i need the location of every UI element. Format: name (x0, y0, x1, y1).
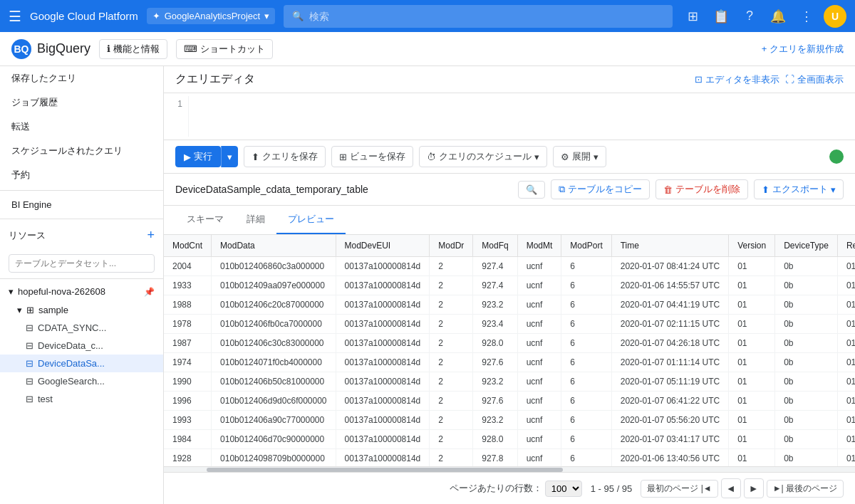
tab-preview[interactable]: プレビュー (276, 206, 346, 234)
sidebar-item-scheduled-queries[interactable]: スケジュールされたクエリ (0, 139, 163, 163)
chevron-down-icon: ▾ (594, 152, 598, 162)
table-cell: 2 (430, 334, 473, 353)
table-cell: 01 (729, 430, 775, 449)
table-cell: 2 (430, 315, 473, 334)
table-cell: 0b (775, 411, 838, 430)
export-icon: ⬆ (762, 184, 770, 195)
table-cell: 0b (775, 372, 838, 392)
run-button[interactable]: ▶ 実行 (175, 146, 221, 167)
tab-details[interactable]: 詳細 (235, 206, 276, 234)
table-cell: 0b (775, 295, 838, 315)
expand-button[interactable]: ⚙ 展開 ▾ (553, 146, 606, 167)
copy-table-button[interactable]: ⧉ テーブルをコピー (551, 179, 650, 199)
table-cell: 6 (561, 257, 611, 276)
shortcut-button[interactable]: ⌨ ショートカット (176, 39, 273, 59)
table-cell: 2020-01-07 02:11:15 UTC (611, 315, 728, 334)
keyboard-icon: ⌨ (184, 43, 197, 54)
table-name-label: CDATA_SYNC... (38, 322, 106, 333)
page-range: 1 - 95 / 95 (591, 483, 633, 494)
save-view-button[interactable]: ⊞ ビューを保存 (331, 146, 413, 167)
next-page-button[interactable]: ► (744, 478, 764, 498)
avatar[interactable]: U (824, 5, 846, 28)
table-cell: 1993 (164, 411, 212, 430)
table-cell: 0b (775, 392, 838, 411)
table-cell: 927.8 (473, 449, 517, 467)
table-cell: 928.0 (473, 334, 517, 353)
save-query-button[interactable]: ⬆ クエリを保存 (244, 146, 326, 167)
sidebar-table-4[interactable]: ⊟ test (0, 390, 163, 408)
sidebar-dataset[interactable]: ▾ ⊞ sample (0, 301, 163, 319)
sidebar-item-job-history[interactable]: ジョブ履歴 (0, 90, 163, 115)
menu-icon[interactable]: ☰ (9, 8, 21, 25)
search-input[interactable] (309, 11, 664, 22)
notifications-icon[interactable]: 🔔 (767, 5, 789, 28)
sidebar-table-1[interactable]: ⊟ DeviceData_c... (0, 337, 163, 355)
table-cell: 6 (561, 353, 611, 372)
hide-editor-button[interactable]: ⊡ エディタを非表示 (695, 73, 779, 86)
page-nav: 最初のページ |◄ ◄ ► ►| 最後のページ (641, 478, 844, 498)
support-icon[interactable]: 📋 (710, 5, 732, 28)
tab-schema[interactable]: スキーマ (175, 206, 235, 234)
apps-icon[interactable]: ⊞ (681, 5, 704, 28)
dataset-label: sample (38, 305, 68, 315)
first-page-button[interactable]: 最初のページ |◄ (641, 480, 717, 498)
table-cell: 010b012406fb0ca7000000 (212, 315, 336, 334)
rows-per-page-dropdown[interactable]: 100 50 25 (545, 481, 582, 497)
table-cell: ucnf (517, 295, 561, 315)
col-moddr: ModDr (430, 235, 473, 257)
tabs: スキーマ 詳細 プレビュー (164, 206, 855, 235)
export-button[interactable]: ⬆ エクスポート ▾ (754, 179, 844, 199)
table-cell: ucnf (517, 334, 561, 353)
sidebar-item-saved-queries[interactable]: 保存したクエリ (0, 66, 163, 90)
table-cell: 2 (430, 257, 473, 276)
search-bar[interactable]: 🔍 (284, 5, 673, 28)
schedule-button[interactable]: ⏱ クエリのスケジュール ▾ (419, 146, 547, 167)
table-cell: 2020-01-07 08:41:24 UTC (611, 257, 728, 276)
table-cell: ucnf (517, 392, 561, 411)
sidebar-table-3[interactable]: ⊟ GoogleSearch... (0, 372, 163, 390)
table-cell: 010b012406c20c87000000 (212, 295, 336, 315)
table-cell: 0b (775, 334, 838, 353)
table-cell: 00137a100000814d (336, 372, 430, 392)
sidebar-table-0[interactable]: ⊟ CDATA_SYNC... (0, 319, 163, 337)
features-info-button[interactable]: ℹ 機能と情報 (99, 39, 167, 59)
table-panel: DeviceDataSample_cdata_temporary_table 🔍… (164, 174, 855, 504)
sidebar-item-bi-engine[interactable]: BI Engine (0, 194, 163, 216)
prev-page-button[interactable]: ◄ (721, 478, 741, 498)
horizontal-scrollbar[interactable] (164, 466, 855, 472)
sidebar-project[interactable]: ▾ hopeful-nova-262608 📌 (0, 282, 163, 301)
sidebar-table-2[interactable]: ⊟ DeviceDataSa... (0, 355, 163, 372)
last-page-button[interactable]: ►| 最後のページ (767, 480, 844, 498)
table-name-label: GoogleSearch... (38, 376, 105, 387)
fullscreen-button[interactable]: ⛶ 全画面表示 (785, 73, 844, 86)
delete-table-button[interactable]: 🗑 テーブルを削除 (656, 179, 748, 199)
search-table-button[interactable]: 🔍 (518, 181, 545, 199)
table-cell: 2020-01-07 06:41:22 UTC (611, 392, 728, 411)
help-icon[interactable]: ? (738, 5, 761, 28)
table-search-input[interactable] (9, 254, 155, 273)
table-cell: 6 (561, 449, 611, 467)
table-body: 2004010b012406860c3a00000000137a10000081… (164, 257, 855, 467)
more-icon[interactable]: ⋮ (795, 5, 818, 28)
table-cell: 923.2 (473, 295, 517, 315)
table-row: 1987010b012406c30c8300000000137a10000081… (164, 334, 855, 353)
sidebar-item-reservations[interactable]: 予約 (0, 163, 163, 187)
new-query-button[interactable]: + クエリを新規作成 (762, 43, 844, 56)
editor-code[interactable] (189, 96, 855, 137)
run-dropdown-button[interactable]: ▾ (221, 146, 238, 167)
table-cell: 00137a100000814d (336, 334, 430, 353)
app-title: Google Cloud Platform (30, 10, 138, 22)
table-cell: 6 (561, 276, 611, 295)
add-resource-button[interactable]: + (147, 228, 155, 243)
sidebar-item-transfer[interactable]: 転送 (0, 115, 163, 139)
table-name-label: DeviceDataSa... (38, 358, 105, 369)
table-cell: 1928 (164, 449, 212, 467)
scrollbar-thumb[interactable] (207, 468, 563, 472)
table-cell: 1988 (164, 295, 212, 315)
project-selector[interactable]: ✦ GoogleAnalyticsProject ▾ (147, 8, 275, 24)
table-cell: 1996 (164, 392, 212, 411)
table-cell: 2020-01-07 03:41:17 UTC (611, 430, 728, 449)
chevron-down-icon: ▾ (534, 152, 539, 162)
table-cell: 2 (430, 353, 473, 372)
table-cell: 1990 (164, 372, 212, 392)
